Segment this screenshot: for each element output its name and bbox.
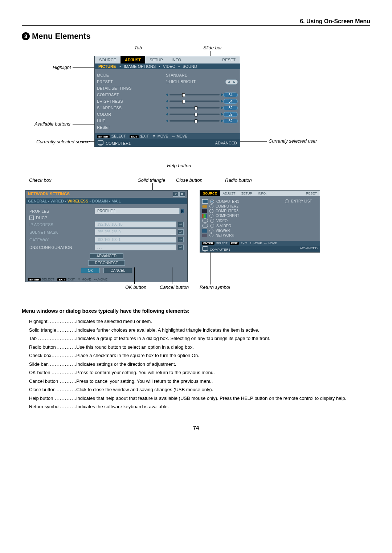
enter-hint-icon: ENTER	[97, 135, 110, 138]
term-4: Check box	[29, 353, 52, 358]
network-footer: ENTER:SELECT EXIT:EXIT ⇕:MOVE ⇔:MOVE	[26, 277, 187, 282]
port-icon	[202, 199, 208, 204]
srctab-setup[interactable]: SETUP	[238, 191, 255, 196]
srctab-reset[interactable]: RESET	[303, 191, 320, 196]
sharpness-value: 32	[223, 106, 238, 110]
reconnect-button[interactable]: RECONNECT	[88, 260, 125, 266]
source-computer1[interactable]: COMPUTER1	[216, 200, 239, 204]
entry-list[interactable]: ENTRY LIST	[291, 199, 312, 203]
subnet-label: SUBNET MASK	[29, 230, 95, 234]
callout-check-box: Check box	[29, 177, 51, 183]
profiles-field[interactable]: PROFILE 1	[95, 208, 180, 214]
spinner-right-icon[interactable]: ►	[232, 80, 237, 84]
viewer-icon	[202, 229, 207, 233]
source-computer2[interactable]: COMPUTER2	[216, 204, 238, 208]
callout-solid-triangle: Solid triangle	[138, 177, 165, 183]
tab-info[interactable]: INFO.	[167, 56, 187, 64]
term-1: Solid triangle	[29, 327, 57, 333]
tab-reset[interactable]: RESET	[218, 56, 240, 64]
preset-spinner[interactable]: ◄►	[225, 79, 238, 85]
network-settings-panel: NETWORK SETTINGS ? ✕ GENERAL • WIRED • W…	[25, 190, 188, 282]
source-computer3[interactable]: COMPUTER3	[216, 209, 238, 213]
source-video[interactable]: VIDEO	[216, 219, 228, 223]
radio-computer3[interactable]	[209, 209, 213, 213]
help-button[interactable]: ?	[173, 192, 179, 197]
subtab-image-options[interactable]: IMAGE OPTIONS	[124, 64, 156, 69]
nettab-general[interactable]: GENERAL	[28, 199, 47, 203]
color-slider[interactable]	[166, 113, 223, 116]
cancel-button[interactable]: CANCEL	[103, 268, 132, 273]
callout-close-button: Close button	[176, 177, 203, 183]
osd-source-bar: COMPUTER1 ADVANCED	[95, 139, 240, 147]
return-symbol-icon[interactable]: ↵	[178, 237, 184, 242]
osd-main-panel: SOURCE ADJUST SETUP INFO. RESET PICTURE …	[94, 56, 240, 147]
solid-triangle-icon[interactable]	[181, 209, 184, 213]
term-2: Tab	[29, 336, 37, 341]
radio-video[interactable]	[210, 219, 214, 223]
term-7: Cancel button	[29, 378, 59, 384]
arrow-left-icon[interactable]	[166, 93, 168, 96]
dhcp-checkbox[interactable]: ✓	[29, 216, 34, 220]
nettab-mail[interactable]: MAIL	[111, 199, 121, 203]
radio-component[interactable]	[209, 214, 213, 218]
gateway-field[interactable]: 192.168.100.1	[95, 237, 176, 243]
radio-entrylist[interactable]	[285, 199, 289, 203]
srctab-info[interactable]: INFO.	[255, 191, 270, 196]
subtab-sound[interactable]: SOUND	[183, 64, 197, 69]
spinner-left-icon[interactable]: ◄	[226, 80, 232, 84]
source-footer-hints: ENTER :SELECT EXIT :EXIT ⇕ :MOVE ⇔ :MOVE	[200, 241, 320, 246]
term-3: Radio button	[29, 344, 57, 350]
dns-field[interactable]: . . .	[95, 244, 176, 250]
term-0: Highlight	[29, 319, 48, 324]
contrast-slider[interactable]	[166, 93, 223, 96]
source-component[interactable]: COMPONENT	[216, 214, 239, 218]
section-number-icon: 3	[22, 32, 30, 40]
contrast-value: 64	[223, 93, 238, 97]
description-heading: Menu windows or dialog boxes typically h…	[22, 308, 370, 314]
hue-slider[interactable]	[166, 119, 223, 122]
detail-settings-label[interactable]: DETAIL SETTINGS	[97, 86, 166, 90]
advanced-button[interactable]: ADVANCED	[90, 253, 123, 259]
ip-field[interactable]: 192.168.100.10	[95, 221, 176, 228]
computer-icon	[202, 246, 208, 251]
reset-label[interactable]: RESET	[97, 125, 166, 130]
radio-svideo[interactable]	[210, 224, 214, 228]
return-symbol-icon[interactable]: ↵	[178, 222, 184, 227]
brightness-value: 64	[223, 99, 238, 104]
ok-button[interactable]: OK	[81, 268, 100, 273]
color-value: 32	[223, 112, 238, 117]
callout-ok-button: OK button	[125, 284, 147, 290]
srctab-adjust[interactable]: ADJUST	[220, 191, 238, 196]
radio-viewer[interactable]	[209, 229, 213, 233]
radio-computer2[interactable]	[209, 204, 213, 208]
def-9: Indicates that help about that feature i…	[76, 395, 370, 402]
source-viewer[interactable]: VIEWER	[216, 229, 230, 233]
sharpness-slider[interactable]	[166, 106, 223, 109]
tab-setup[interactable]: SETUP	[145, 56, 167, 64]
nettab-wired[interactable]: WIRED	[50, 199, 64, 203]
source-select-panel: SOURCE ADJUST SETUP INFO. RESET COMPUTER…	[200, 190, 320, 253]
radio-computer1[interactable]	[210, 200, 214, 204]
brightness-slider[interactable]	[166, 100, 223, 103]
close-button[interactable]: ✕	[179, 192, 185, 197]
nettab-domain[interactable]: DOMAIN	[92, 199, 108, 203]
tab-source[interactable]: SOURCE	[95, 56, 121, 64]
srctab-source[interactable]: SOURCE	[200, 191, 220, 196]
def-2: Indicates a group of features in a dialo…	[76, 335, 370, 342]
radio-network[interactable]	[209, 233, 213, 237]
source-svideo[interactable]: S-VIDEO	[216, 224, 231, 228]
callout-tab: Tab	[134, 45, 142, 50]
source-network[interactable]: NETWORK	[216, 233, 234, 237]
def-8: Click to close the window and saving cha…	[76, 386, 370, 393]
subtab-video[interactable]: VIDEO	[163, 64, 175, 69]
return-symbol-icon[interactable]: ↵	[178, 245, 184, 250]
tab-adjust[interactable]: ADJUST	[121, 56, 145, 64]
subtab-picture[interactable]: PICTURE	[98, 64, 116, 69]
callout-highlight: Highlight	[53, 65, 71, 70]
nettab-wireless[interactable]: WIRELESS	[68, 199, 88, 203]
network-title: NETWORK SETTINGS	[28, 192, 70, 197]
subnet-field[interactable]: 255.255.255.0	[95, 229, 176, 235]
exit-hint-icon: EXIT	[130, 135, 139, 138]
callout-cancel-button: Cancel button	[160, 284, 189, 290]
callout-current-user: Currently selected user	[269, 138, 334, 144]
